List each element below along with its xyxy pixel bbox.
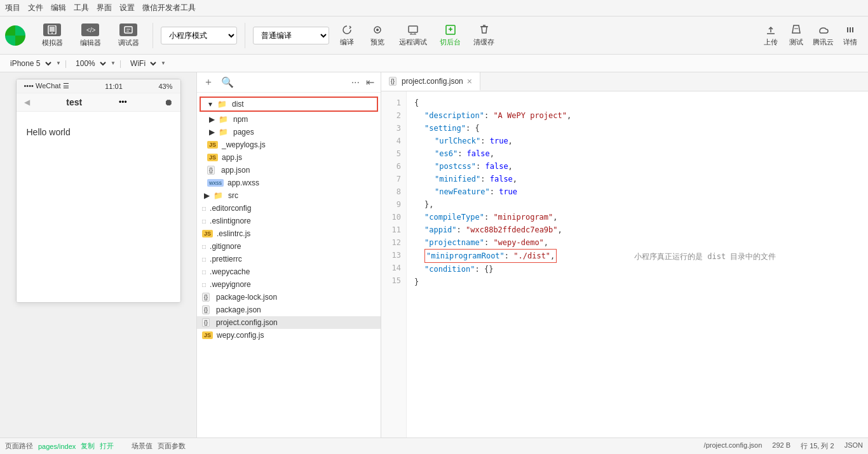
debugger-icon bbox=[119, 23, 137, 36]
network-select[interactable]: WiFi bbox=[125, 57, 158, 70]
tree-item-package-lock[interactable]: {} package-lock.json bbox=[197, 291, 381, 304]
zoom-chevron: ▼ bbox=[111, 60, 116, 66]
mode-select[interactable]: 小程序模式 bbox=[161, 27, 237, 44]
tree-item-appwxss[interactable]: wxss app.wxss bbox=[197, 177, 381, 189]
path-value[interactable]: pages/index bbox=[38, 443, 76, 450]
simulator-button[interactable]: 模拟器 bbox=[36, 20, 69, 51]
page-params-label[interactable]: 页面参数 bbox=[158, 441, 186, 451]
annotation-text: 小程序真正运行的是 dist 目录中的文件 bbox=[630, 249, 780, 264]
file-menu-button[interactable]: ··· bbox=[351, 77, 360, 88]
editor-tab-project-config[interactable]: {} project.config.json × bbox=[381, 72, 480, 91]
code-line-15: } bbox=[414, 276, 860, 288]
tree-item-pages-label: pages bbox=[233, 128, 254, 137]
search-file-button[interactable]: 🔍 bbox=[220, 75, 235, 90]
tree-item-wepyignore[interactable]: □ .wepyignore bbox=[197, 278, 381, 291]
file-icon-wepycache: □ bbox=[202, 269, 206, 276]
compile-select[interactable]: 普通编译 bbox=[253, 27, 329, 44]
tree-item-appjs-label: app.js bbox=[222, 153, 242, 162]
tab-close-button[interactable]: × bbox=[467, 76, 472, 86]
status-right: /project.config.json 292 B 行 15, 列 2 JSO… bbox=[704, 441, 863, 451]
file-icon-eslintignore: □ bbox=[202, 218, 206, 225]
menubar: 项目 文件 编辑 工具 界面 设置 微信开发者工具 bbox=[0, 0, 868, 17]
scene-label[interactable]: 场景值 bbox=[132, 441, 153, 451]
test-button[interactable]: 测试 bbox=[783, 20, 809, 51]
svg-point-2 bbox=[51, 32, 53, 34]
path-label: 页面路径 bbox=[5, 441, 33, 451]
file-size: 292 B bbox=[772, 441, 790, 451]
preview-icon bbox=[370, 24, 384, 36]
tencent-cloud-button[interactable]: 腾讯云 bbox=[809, 20, 837, 51]
tree-item-eslintignore[interactable]: □ .eslintignore bbox=[197, 215, 381, 227]
tree-item-prettierrc[interactable]: □ .prettierrc bbox=[197, 253, 381, 265]
device-select[interactable]: iPhone 5 bbox=[5, 57, 53, 70]
tencent-cloud-label: 腾讯云 bbox=[813, 37, 834, 47]
hello-world-text: Hello world bbox=[27, 127, 170, 137]
switch-back-button[interactable]: 切后台 bbox=[436, 20, 465, 51]
refresh-icon bbox=[340, 24, 354, 36]
editor-button[interactable]: </> 编辑器 bbox=[74, 20, 107, 51]
editor-label: 编辑器 bbox=[80, 38, 101, 48]
menu-settings[interactable]: 设置 bbox=[119, 3, 135, 13]
tree-item-pages[interactable]: ▶ 📁 pages bbox=[197, 126, 381, 138]
zoom-select[interactable]: 100% bbox=[71, 57, 108, 70]
network-chevron: ▼ bbox=[161, 60, 166, 66]
tree-item-npm[interactable]: ▶ 📁 npm bbox=[197, 113, 381, 126]
tree-item-editorconfig[interactable]: □ .editorconfig bbox=[197, 202, 381, 215]
preview-button[interactable]: 预览 bbox=[365, 20, 390, 51]
code-content[interactable]: { "description": "A WePY project", "sett… bbox=[407, 91, 868, 437]
tree-item-editorconfig-label: .editorconfig bbox=[210, 204, 251, 213]
menu-tools[interactable]: 工具 bbox=[74, 3, 89, 13]
tree-item-wepycache[interactable]: □ .wepycache bbox=[197, 265, 381, 278]
tree-item-dist-label: dist bbox=[232, 100, 244, 109]
tree-item-gitignore[interactable]: □ .gitignore bbox=[197, 240, 381, 253]
debugger-button[interactable]: 调试器 bbox=[112, 20, 145, 51]
tree-item-wepy-config[interactable]: JS wepy.config.js bbox=[197, 329, 381, 342]
file-icon-gitignore: □ bbox=[202, 243, 206, 250]
editor-tabs: {} project.config.json × bbox=[381, 72, 868, 91]
add-file-button[interactable]: ＋ bbox=[202, 74, 215, 90]
copy-link[interactable]: 复制 bbox=[81, 441, 95, 451]
tree-item-package[interactable]: {} package.json bbox=[197, 304, 381, 316]
menu-wechat-devtools[interactable]: 微信开发者工具 bbox=[142, 3, 196, 13]
tree-item-eslintrc[interactable]: JS .eslintrc.js bbox=[197, 227, 381, 240]
phone-frame: •••• WeChat ☰ 11:01 43% ◀ test ••• ⏺ Hel… bbox=[16, 79, 181, 303]
editor-tab-label: project.config.json bbox=[402, 77, 463, 86]
js-badge-wepyconfig: JS bbox=[202, 331, 213, 339]
code-line-11: "appid": "wxc88b2ffdedc7ea9b", bbox=[414, 224, 860, 236]
tree-item-appjson[interactable]: {} app.json bbox=[197, 164, 381, 177]
menu-edit[interactable]: 编辑 bbox=[51, 3, 66, 13]
app-logo bbox=[5, 25, 25, 46]
tree-item-src[interactable]: ▶ 📁 src bbox=[197, 189, 381, 202]
refresh-button[interactable]: 编译 bbox=[334, 20, 360, 51]
remote-debug-icon bbox=[406, 24, 420, 36]
phone-status-bar: •••• WeChat ☰ 11:01 43% bbox=[17, 79, 180, 93]
test-icon bbox=[789, 24, 803, 36]
collapse-button[interactable]: ⇤ bbox=[365, 75, 376, 90]
menu-interface[interactable]: 界面 bbox=[97, 3, 112, 13]
tree-item-dist[interactable]: ▾ 📁 dist bbox=[200, 97, 378, 112]
tree-item-appjs[interactable]: JS app.js bbox=[197, 151, 381, 164]
code-line-2: "description": "A WePY project", bbox=[414, 109, 860, 122]
upload-button[interactable]: 上传 bbox=[758, 20, 783, 51]
open-link[interactable]: 打开 bbox=[100, 441, 114, 451]
clear-cache-button[interactable]: 清缓存 bbox=[470, 20, 498, 51]
file-path: /project.config.json bbox=[704, 441, 763, 451]
remote-debug-button[interactable]: 远程调试 bbox=[395, 20, 431, 51]
upload-icon bbox=[764, 24, 778, 36]
devicebar: iPhone 5 ▼ | 100% ▼ | WiFi ▼ bbox=[0, 55, 868, 72]
tree-item-wepylogs[interactable]: JS _wepylogs.js bbox=[197, 138, 381, 151]
code-line-5: "es6": false, bbox=[414, 147, 860, 160]
details-button[interactable]: 详情 bbox=[837, 20, 863, 51]
menu-file[interactable]: 文件 bbox=[28, 3, 43, 13]
tree-item-wepy-config-label: wepy.config.js bbox=[217, 331, 264, 340]
code-line-12: "projectname": "wepy-demo", bbox=[414, 236, 860, 249]
clear-cache-icon bbox=[477, 24, 491, 36]
code-line-6: "postcss": false, bbox=[414, 160, 860, 173]
switch-back-label: 切后台 bbox=[440, 37, 461, 47]
tree-item-appwxss-label: app.wxss bbox=[227, 178, 259, 187]
phone-content: Hello world bbox=[17, 112, 180, 302]
svg-point-8 bbox=[376, 29, 379, 31]
menu-project[interactable]: 项目 bbox=[5, 3, 20, 13]
tree-item-project-config[interactable]: {} project.config.json bbox=[197, 316, 381, 329]
tree-item-src-label: src bbox=[228, 191, 238, 200]
